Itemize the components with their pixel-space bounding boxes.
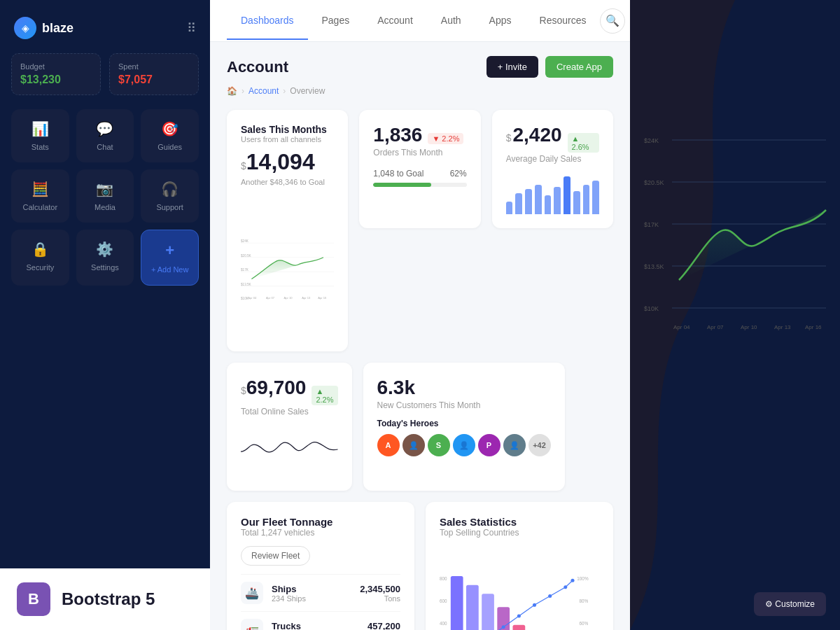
svg-text:$20.5K: $20.5K [241,254,252,258]
fleet-subtitle: Total 1,247 vehicles [241,528,400,538]
bar-3 [525,189,532,214]
nav-label-guides: Guides [158,143,182,151]
sales-month-subtitle: Users from all channels [241,135,334,144]
nav-label-calculator: Calculator [23,203,58,211]
breadcrumb-home: 🏠 [227,86,237,96]
svg-rect-20 [482,594,494,630]
bar-5 [545,195,552,214]
customize-button[interactable]: ⚙ Customize [754,592,826,616]
main-content: Dashboards Pages Account Auth Apps Resou… [210,0,630,630]
orders-change: ▼ 2.2% [428,133,463,144]
create-app-button[interactable]: Create App [545,56,613,78]
sales-line-chart: $24K $20.5K $17K $13.5K $10K Apr 04 Apr … [241,195,334,335]
svg-text:Apr 07: Apr 07 [266,296,275,300]
nav-label-support: Support [156,203,183,211]
sidebar-item-security[interactable]: 🔒 Security [11,230,69,286]
hero-3: S [428,434,450,456]
tab-resources[interactable]: Resources [526,2,601,40]
right-chart-area: $24K $20.5K $17K $13.5K $10K Apr 04 Apr … [644,112,833,395]
bar-8 [573,191,580,214]
sales-prefix: $ [241,160,246,172]
svg-text:$17K: $17K [644,221,659,228]
sidebar-item-guides[interactable]: 🎯 Guides [141,109,199,162]
hero-2: 👤 [402,434,425,456]
page-actions: + Invite Create App [486,56,613,78]
tab-apps[interactable]: Apps [475,2,526,40]
tab-auth[interactable]: Auth [427,2,475,40]
fleet-title: Our Fleet Tonnage [241,516,400,528]
fleet-item-ships: 🚢 Ships 234 Ships 2,345,500 Tons [241,574,400,611]
hero-4: 👤 [453,434,475,456]
budget-card: Budget $13,230 [11,53,101,95]
progress-bar-fill [373,183,431,187]
ships-unit: Tons [360,594,400,603]
chat-icon: 💬 [96,120,113,137]
svg-rect-22 [513,625,526,630]
settings-icon: ⚙️ [96,241,113,258]
logo-text: blaze [42,21,74,36]
support-icon: 🎧 [161,181,178,197]
heroes-avatars: A 👤 S 👤 P 👤 +42 [377,434,551,456]
svg-text:Apr 04: Apr 04 [248,296,257,300]
tab-account[interactable]: Account [363,2,427,40]
online-sales-change: ▲ 2.2% [312,386,337,405]
calculator-icon: 🧮 [31,181,49,197]
svg-text:Apr 16: Apr 16 [318,296,327,300]
sales-stats-chart: 800 600 400 200 100% 80 [440,546,599,630]
sidebar-item-settings[interactable]: ⚙️ Settings [76,230,134,286]
svg-text:100%: 100% [577,576,589,581]
svg-text:$13.5K: $13.5K [644,263,664,270]
breadcrumb: 🏠 › Account › Overview [227,86,613,96]
sales-stats-card: Sales Statistics Top Selling Countries 8… [426,502,613,630]
svg-text:Apr 10: Apr 10 [741,324,757,330]
svg-rect-19 [466,585,479,630]
menu-icon[interactable]: ⠿ [187,20,196,36]
right-panel: $24K $20.5K $17K $13.5K $10K Apr 04 Apr … [630,0,840,630]
fleet-trucks-value: 457,200 Tons [368,621,400,631]
spent-value: $7,057 [118,74,190,86]
svg-text:600: 600 [440,598,447,603]
budget-cards: Budget $13,230 Spent $7,057 [11,53,199,95]
sidebar-item-media[interactable]: 📷 Media [76,169,134,223]
tab-pages[interactable]: Pages [308,2,364,40]
heroes-section: Today's Heroes A 👤 S 👤 P 👤 +42 [377,419,551,456]
sales-goal-note: Another $48,346 to Goal [241,178,334,186]
hero-more: +42 [528,434,551,456]
nav-label-add-new: + Add New [151,265,189,274]
heroes-label: Today's Heroes [377,419,551,428]
ships-count: 234 Ships [272,594,351,603]
tab-dashboards[interactable]: Dashboards [227,2,308,40]
sidebar-item-support[interactable]: 🎧 Support [141,169,199,223]
online-sales-value: 69,700 [246,377,307,399]
right-line-chart: $24K $20.5K $17K $13.5K $10K Apr 04 Apr … [644,112,833,392]
guides-icon: 🎯 [161,120,178,137]
nav-label-stats: Stats [31,143,49,151]
daily-sales-change: ▲ 2.6% [568,133,599,153]
page-content: Account + Invite Create App 🏠 › Account … [210,42,630,630]
logo-icon: ◈ [14,17,36,39]
fleet-item-trucks: 🚛 Trucks 1,460 Trucks 457,200 Tons [241,611,400,630]
fleet-ships-info: Ships 234 Ships [272,584,351,603]
sidebar-item-add-new[interactable]: + + Add New [141,230,199,286]
sidebar-item-calculator[interactable]: 🧮 Calculator [11,169,69,223]
sidebar-item-stats[interactable]: 📊 Stats [11,109,69,162]
review-fleet-button[interactable]: Review Fleet [241,546,310,566]
sidebar: ◈ blaze ⠿ Budget $13,230 Spent $7,057 📊 … [0,0,210,630]
bar-6 [554,187,561,214]
bootstrap-text: Bootstrap 5 [62,589,155,609]
breadcrumb-account[interactable]: Account [248,86,279,96]
search-button[interactable]: 🔍 [600,8,625,34]
fleet-card: Our Fleet Tonnage Total 1,247 vehicles R… [227,502,414,630]
bar-7 [564,176,570,214]
main-wrapper: Dashboards Pages Account Auth Apps Resou… [210,0,840,630]
invite-button[interactable]: + Invite [486,56,538,78]
online-sales-card: $ 69,700 ▲ 2.2% Total Online Sales [227,363,352,491]
sidebar-item-chat[interactable]: 💬 Chat [76,109,134,162]
orders-card: 1,836 ▼ 2.2% Orders This Month 1,048 to … [359,110,480,228]
bar-4 [535,185,542,214]
ships-amount: 2,345,500 [360,584,400,594]
sidebar-header: ◈ blaze ⠿ [11,11,199,53]
svg-text:$10K: $10K [644,305,659,312]
stats-icon: 📊 [31,120,49,137]
add-new-icon: + [165,241,174,260]
